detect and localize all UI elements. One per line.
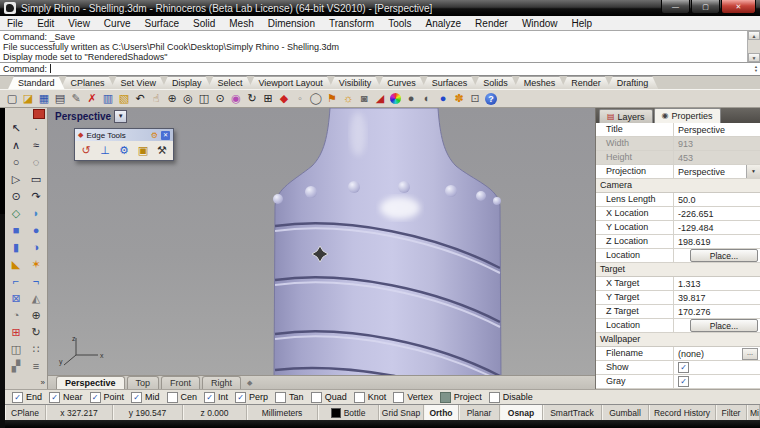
toggle-record-history[interactable]: Record History	[649, 405, 716, 420]
toolbar-tab-curves[interactable]: Curves	[377, 76, 426, 89]
menu-mesh[interactable]: Mesh	[222, 18, 260, 29]
single-point-icon[interactable]: ∙	[27, 120, 46, 137]
osnap-disable[interactable]: Disable	[489, 392, 533, 403]
zoom-dynamic-icon[interactable]: ⊙	[212, 91, 228, 106]
osnap-mid[interactable]: ✓Mid	[131, 392, 160, 403]
surface-plane-icon[interactable]: ◇	[7, 205, 26, 222]
toolbar-tab-surfaces[interactable]: Surfaces	[422, 76, 478, 89]
menu-render[interactable]: Render	[468, 18, 515, 29]
osnap-checkbox-tan[interactable]	[275, 392, 286, 403]
osnap-int[interactable]: ✓Int	[204, 392, 228, 403]
boolean-difference-icon[interactable]: ◑	[27, 239, 46, 256]
delete-icon[interactable]: ✗	[84, 91, 100, 106]
property-value-x-target[interactable]: 1.313	[674, 277, 760, 290]
status-millimeters[interactable]: Millimeters	[247, 405, 318, 420]
menu-analyze[interactable]: Analyze	[419, 18, 469, 29]
viewport-title[interactable]: Perspective ▼	[55, 110, 127, 123]
place-button[interactable]: Place...	[690, 249, 758, 262]
new-file-icon[interactable]: ▢	[4, 91, 20, 106]
arc-icon[interactable]: ↷	[27, 188, 46, 205]
environment-icon[interactable]: ●	[435, 91, 451, 106]
osnap-checkbox-quad[interactable]	[311, 392, 322, 403]
menu-surface[interactable]: Surface	[138, 18, 186, 29]
options-gear-icon[interactable]: ✽	[451, 91, 467, 106]
zoom-icon[interactable]: ◎	[180, 91, 196, 106]
fillet-edge-icon[interactable]: ◣	[7, 256, 26, 273]
solid-box-icon[interactable]: ■	[7, 222, 26, 239]
scroll-up-icon[interactable]: ▲	[748, 31, 760, 40]
hatch-icon[interactable]: ▞	[7, 358, 26, 375]
osnap-vertex[interactable]: Vertex	[393, 392, 433, 403]
show-edges-icon[interactable]: ↺	[78, 143, 94, 158]
trim-icon[interactable]: ⌐	[7, 273, 26, 290]
palette-close-icon[interactable]: ✕	[161, 131, 170, 140]
edge-tools-titlebar[interactable]: ◆ Edge Tools ⚙ ✕	[75, 129, 173, 141]
menu-curve[interactable]: Curve	[97, 18, 138, 29]
property-value-x-location[interactable]: -226.651	[674, 207, 760, 220]
status-bottle[interactable]: Bottle	[318, 405, 379, 420]
osnap-checkbox-end[interactable]: ✓	[12, 392, 23, 403]
osnap-checkbox-knot[interactable]	[354, 392, 365, 403]
lamp-icon[interactable]: ☼	[340, 91, 356, 106]
pan-hand-icon[interactable]: ☝	[148, 91, 164, 106]
polyline-icon[interactable]: ∧	[7, 137, 26, 154]
split-edge-icon[interactable]: ⊥	[97, 143, 113, 158]
property-value-y-location[interactable]: -129.484	[674, 221, 760, 234]
property-value-lens-length[interactable]: 50.0	[674, 193, 760, 206]
rotate-view-icon[interactable]: ↻	[244, 91, 260, 106]
scrollbar-thumb[interactable]	[748, 40, 760, 53]
extrude-icon[interactable]: ▮	[7, 239, 26, 256]
status-cplane[interactable]: CPlane	[5, 405, 46, 420]
scroll-down-icon[interactable]: ▼	[748, 53, 760, 62]
checkbox-show[interactable]: ✓	[678, 362, 689, 373]
join-edges-icon[interactable]: ▣	[135, 143, 151, 158]
close-button[interactable]: ✕	[721, 0, 756, 14]
osnap-tan[interactable]: Tan	[275, 392, 304, 403]
browse-button[interactable]: ...	[742, 348, 758, 360]
osnap-checkbox-near[interactable]: ✓	[49, 392, 60, 403]
osnap-project[interactable]: Project	[440, 392, 482, 403]
toggle-osnap[interactable]: Osnap	[500, 405, 543, 420]
command-spinner[interactable]: ▲ ▼	[754, 65, 758, 73]
toggle-smarttrack[interactable]: SmartTrack	[543, 405, 602, 420]
viewport-tab-right[interactable]: Right	[202, 376, 241, 389]
panel-tab-properties[interactable]: ◉Properties	[654, 108, 721, 123]
osnap-checkbox-point[interactable]: ✓	[90, 392, 101, 403]
pan-view-icon[interactable]: ◦	[292, 91, 308, 106]
menu-file[interactable]: File	[0, 18, 30, 29]
lock-icon[interactable]: ◙	[356, 91, 372, 106]
toolbar-tab-standard[interactable]: Standard	[8, 76, 65, 89]
command-input[interactable]: Command: ▲ ▼	[0, 63, 760, 77]
osnap-checkbox-cen[interactable]	[167, 392, 178, 403]
zoom-selected-icon[interactable]: ◉	[228, 91, 244, 106]
copy-icon[interactable]: ▥	[100, 91, 116, 106]
menu-view[interactable]: View	[61, 18, 97, 29]
render-icon[interactable]: ◢	[372, 91, 388, 106]
property-value-z-location[interactable]: 198.619	[674, 235, 760, 248]
toolbar-tab-display[interactable]: Display	[162, 76, 212, 89]
viewport-menu-arrow-icon[interactable]: ▼	[114, 110, 127, 123]
toggle-gumball[interactable]: Gumball	[602, 405, 649, 420]
edge-tools-palette[interactable]: ◆ Edge Tools ⚙ ✕ ↺⊥⚙▣⚒	[74, 128, 174, 161]
circle-center-icon[interactable]: ⊙	[7, 188, 26, 205]
walkabout-icon[interactable]: ⚑	[324, 91, 340, 106]
scale-icon[interactable]: ⊞	[7, 324, 26, 341]
boolean-union-icon[interactable]: ⊠	[7, 290, 26, 307]
toggle-grid-snap[interactable]: Grid Snap	[379, 405, 424, 420]
osnap-checkbox-int[interactable]: ✓	[204, 392, 215, 403]
toolbar-tab-visibility[interactable]: Visibility	[329, 76, 381, 89]
render-preview-icon[interactable]: ●	[403, 91, 419, 106]
status-y-190-547[interactable]: y 190.547	[113, 405, 183, 420]
osnap-checkbox-disable[interactable]	[489, 392, 500, 403]
menu-dimension[interactable]: Dimension	[261, 18, 322, 29]
toolbar-tab-select[interactable]: Select	[207, 76, 252, 89]
perspective-viewport[interactable]: Perspective ▼ ◆ Edge Tools ⚙ ✕ ↺⊥⚙▣⚒	[48, 108, 595, 375]
move-icon[interactable]: ⊕	[164, 91, 180, 106]
osnap-knot[interactable]: Knot	[354, 392, 387, 403]
viewport-title-label[interactable]: Perspective	[55, 111, 111, 122]
named-view-icon[interactable]: ◆	[276, 91, 292, 106]
minimize-button[interactable]: —	[661, 0, 690, 14]
toolbar-tab-cplanes[interactable]: CPlanes	[61, 76, 115, 89]
menu-transform[interactable]: Transform	[322, 18, 381, 29]
merge-edge-icon[interactable]: ⚙	[116, 143, 132, 158]
